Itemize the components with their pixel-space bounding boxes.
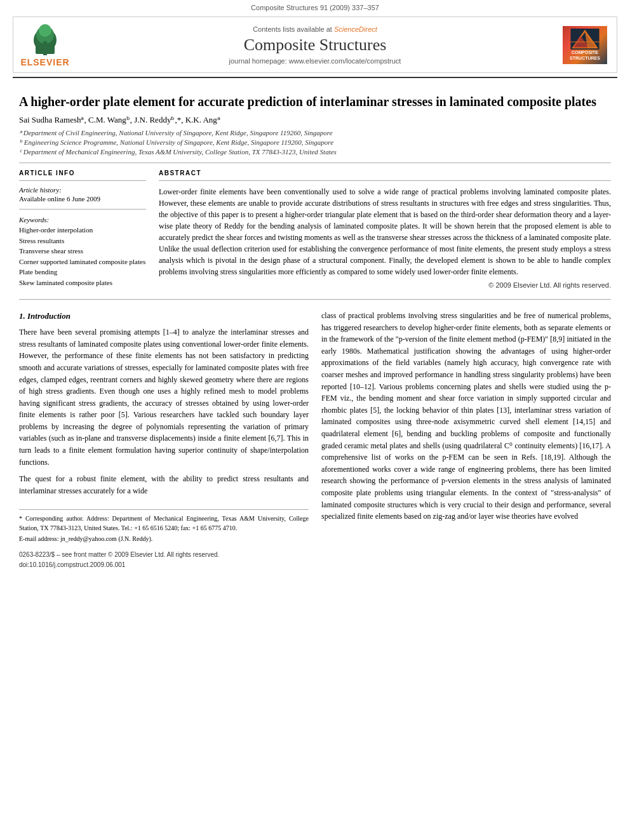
article-info-label: ARTICLE INFO — [19, 170, 146, 177]
available-online: Available online 6 June 2009 — [19, 195, 146, 203]
intro-heading: 1. Introduction — [19, 310, 309, 323]
doi-line: doi:10.1016/j.compstruct.2009.06.001 — [19, 560, 309, 570]
logo-graphic — [566, 29, 604, 50]
intro-paragraph-1: There have been several promising attemp… — [19, 326, 309, 468]
keyword-1: Higher-order interpolation — [19, 225, 146, 236]
composite-logo-area: COMPOSITE STRUCTURES — [560, 26, 610, 64]
footnote-email: E-mail address: jn_reddy@yahoo.com (J.N.… — [19, 534, 309, 543]
keywords-heading: Keywords: — [19, 216, 146, 223]
bottom-bar: 0263-8223/$ – see front matter © 2009 El… — [19, 550, 309, 570]
intro-paragraph-2: The quest for a robust finite element, w… — [19, 473, 309, 497]
journal-title: Composite Structures — [70, 36, 560, 55]
journal-header: ELSEVIER Contents lists available at Sci… — [13, 17, 617, 73]
elsevier-logo-area: ELSEVIER — [20, 22, 70, 67]
composite-structures-logo: COMPOSITE STRUCTURES — [563, 26, 607, 64]
article-history: Article history: Available online 6 June… — [19, 186, 146, 203]
body-right-column: class of practical problems involving st… — [321, 310, 611, 570]
article-authors: Sai Sudha Rameshᵃ, C.M. Wangᵇ, J.N. Redd… — [19, 115, 611, 125]
affiliation-b: ᵇ Engineering Science Programme, Nationa… — [19, 138, 611, 147]
right-paragraph-1: class of practical problems involving st… — [321, 310, 611, 523]
copyright: © 2009 Elsevier Ltd. All rights reserved… — [159, 281, 611, 289]
body-left-column: 1. Introduction There have been several … — [19, 310, 309, 570]
article-title: A higher-order plate element for accurat… — [19, 93, 611, 110]
keywords-section: Keywords: Higher-order interpolation Str… — [19, 216, 146, 288]
abstract-label: ABSTRACT — [159, 170, 611, 177]
svg-rect-4 — [43, 41, 47, 55]
elsevier-label: ELSEVIER — [20, 57, 69, 67]
footnote-corresponding: * Corresponding author. Address: Departm… — [19, 514, 309, 533]
keyword-4: Corner supported laminated composite pla… — [19, 257, 146, 267]
keyword-5: Plate bending — [19, 267, 146, 277]
composite-logo-text: COMPOSITE STRUCTURES — [570, 50, 600, 61]
elsevier-tree-icon — [26, 22, 64, 57]
article-info-column: ARTICLE INFO Article history: Available … — [19, 170, 146, 289]
affiliation-a: ᵃ Department of Civil Engineering, Natio… — [19, 129, 611, 137]
article-info-abstract: ARTICLE INFO Article history: Available … — [19, 170, 611, 289]
history-heading: Article history: — [19, 186, 146, 194]
journal-homepage: journal homepage: www.elsevier.com/locat… — [70, 57, 560, 65]
keyword-6: Skew laminated composite plates — [19, 277, 146, 288]
abstract-text: Lower-order finite elements have been co… — [159, 186, 611, 277]
svg-point-3 — [39, 24, 51, 37]
footnotes: * Corresponding author. Address: Departm… — [19, 509, 309, 543]
journal-header-center: Contents lists available at ScienceDirec… — [70, 25, 560, 65]
journal-reference: Composite Structures 91 (2009) 337–357 — [0, 0, 630, 13]
keyword-2: Stress resultants — [19, 236, 146, 246]
issn-line: 0263-8223/$ – see front matter © 2009 El… — [19, 550, 309, 560]
body-content: 1. Introduction There have been several … — [19, 310, 611, 570]
keyword-3: Transverse shear stress — [19, 246, 146, 257]
article-main: A higher-order plate element for accurat… — [0, 78, 630, 577]
affiliation-c: ᶜ Department of Mechanical Engineering, … — [19, 148, 611, 156]
sciencedirect-link: Contents lists available at ScienceDirec… — [70, 25, 560, 33]
abstract-column: ABSTRACT Lower-order finite elements hav… — [159, 170, 611, 289]
